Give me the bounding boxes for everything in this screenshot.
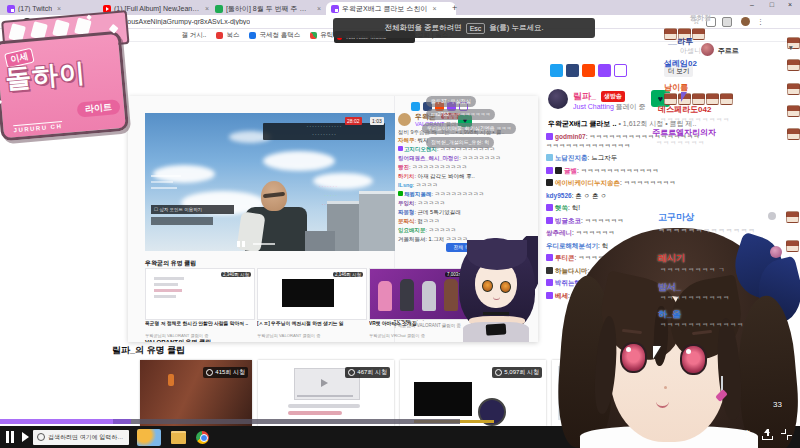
nested-clip-sub: 우왁굳님의 VALORANT 클립이 중 bbox=[257, 333, 365, 338]
secondary-cursor bbox=[681, 92, 687, 102]
tab-close-icon[interactable]: × bbox=[205, 5, 209, 12]
overlay-chat-name: 밤서_ bbox=[658, 281, 681, 294]
chat-message: 노답진지충: 느그자두 bbox=[546, 154, 700, 163]
popular-clips-heading: 릴파_의 유명 클립 bbox=[112, 344, 185, 357]
twitch-favicon bbox=[331, 5, 339, 13]
channel-avatar[interactable] bbox=[548, 89, 568, 109]
logo-sub-text: 라이트 bbox=[76, 99, 120, 118]
new-tab-button[interactable]: + bbox=[452, 3, 457, 13]
clip-thumbnail[interactable]: 5,097회 시청 bbox=[400, 360, 546, 426]
clip-video-player[interactable]: · · · · · · · · · · · · ·· · · · · · · ·… bbox=[128, 96, 538, 342]
exit-fullscreen-icon[interactable] bbox=[781, 429, 792, 440]
view-count-badge: 5,097회 시청 bbox=[492, 367, 542, 378]
chat-message: 짜몽형: 근데 5독기였길래 bbox=[398, 208, 522, 217]
bookmark-item[interactable]: 국세청 홈택스 bbox=[249, 31, 300, 40]
nested-clip-thumbnail[interactable]: 2,340회 시청 bbox=[145, 268, 255, 320]
overlay-chat-name: 데스페라도042 bbox=[658, 104, 711, 115]
lilpa-avatar bbox=[453, 236, 538, 342]
tab-title: 우왁굳X배그 클라보 스친이 bbox=[342, 4, 428, 14]
game-hud-prompt: ☐ 상자 포인트 이용하기 bbox=[151, 205, 234, 214]
share-icon[interactable] bbox=[762, 429, 773, 440]
profile-avatar[interactable] bbox=[741, 17, 750, 26]
side-panel-icon[interactable] bbox=[722, 17, 732, 27]
game-figure bbox=[168, 374, 174, 386]
nested-clips-heading: 우왁굳의 유명 클립 bbox=[145, 259, 196, 268]
eye bbox=[500, 281, 511, 293]
bookmark-icon bbox=[216, 32, 223, 39]
reddit-icon[interactable] bbox=[582, 64, 595, 77]
folder-icon[interactable] bbox=[171, 431, 186, 444]
window-close-button[interactable]: × bbox=[788, 1, 792, 8]
logo-channel-text: JURURU CH bbox=[13, 121, 62, 133]
overlay-bubble: 우리늘이치매물: 최기심긴엔읍 ㅋㅋㅋ bbox=[422, 123, 516, 134]
share-icons-row bbox=[550, 64, 627, 77]
view-count-badge: 2,146회 시청 bbox=[333, 272, 363, 277]
nose bbox=[664, 386, 667, 389]
overlay-chat-message: ㅋㅋㅋㅋㅋㅋㅋㅋㅋㅋ bbox=[660, 294, 730, 303]
twitter-icon[interactable] bbox=[550, 64, 563, 77]
bookmark-item[interactable]: 북스 bbox=[216, 31, 239, 40]
chat-message: 채윙지울레: ㅋㅋㅋㅋㅋㅋㅋㅋㅋ bbox=[398, 190, 522, 199]
window-minimize-button[interactable]: – bbox=[750, 1, 754, 8]
chat-message: 빵진: ㅋㅋㅋㅋㅋㅋㅋㅋㅋㅋ bbox=[398, 163, 522, 172]
volume-icon[interactable] bbox=[22, 432, 29, 442]
bangs bbox=[467, 240, 527, 270]
tab-close-icon[interactable]: × bbox=[317, 5, 321, 12]
twitch-share-icon[interactable] bbox=[598, 64, 611, 77]
bookmark-icon bbox=[310, 32, 317, 39]
nested-next-heading: VALORANT의 유명 클립 bbox=[145, 338, 211, 342]
logo-main-text: 돌하이 bbox=[4, 55, 88, 97]
clip-thumbnail[interactable]: 467회 시청 bbox=[258, 360, 394, 426]
game-clock: 1:03 bbox=[370, 117, 384, 125]
settings-gear-icon[interactable]: ⚙ bbox=[742, 428, 752, 441]
chat-message: 하키치: 아재 감각도 봐야해 후.. bbox=[398, 172, 522, 181]
nested-channel-avatar[interactable] bbox=[398, 113, 411, 126]
copy-link-icon[interactable] bbox=[614, 64, 627, 77]
overlay-chat-name: 주르르엘자리의자 bbox=[652, 127, 716, 138]
tab-title: (1) [Full Album] NewJeans (뉴진.. bbox=[114, 4, 200, 14]
weather-widget[interactable] bbox=[137, 429, 161, 446]
game-notice: · · · · · · · · · · · · ·· · · · · · · ·… bbox=[263, 123, 385, 140]
nested-clip-title[interactable]: [ㅅㅍ] 우주닝이 예전시절 하면 생기는 일 bbox=[257, 321, 365, 332]
seekbar-played[interactable] bbox=[0, 419, 113, 424]
eye-right bbox=[680, 344, 707, 375]
vrchat-figure bbox=[422, 281, 436, 311]
tab-title: (17) Twitch bbox=[18, 5, 52, 12]
game-hud-row bbox=[151, 217, 213, 225]
taskbar-search-input[interactable]: 검색하려면 여기에 입력하십시 bbox=[33, 430, 129, 445]
bookmark-item[interactable]: 갤 거시.. bbox=[181, 31, 206, 40]
nested-clip-thumbnail[interactable]: 2,146회 시청 bbox=[257, 268, 367, 320]
profile-chip-name[interactable]: 주르르 bbox=[718, 46, 739, 56]
character-sleeve bbox=[236, 212, 265, 251]
profile-chip-avatar[interactable] bbox=[701, 43, 714, 56]
tab-dolhigh[interactable]: [돌하이] 8월 두 번째 주 이세 × bbox=[210, 2, 332, 15]
tab-title: [돌하이] 8월 두 번째 주 이세 bbox=[226, 4, 312, 14]
facebook-icon[interactable] bbox=[566, 64, 579, 77]
view-count-badge: 415회 시청 bbox=[203, 367, 248, 378]
twitter-icon[interactable] bbox=[411, 102, 420, 111]
overlay-chat-message: ㅋㅋㅋㅋㅋㅋㅋㅋㅋㅋㅋㅋㅋ bbox=[658, 226, 756, 236]
clapperboard-board: 이세 돌하이 라이트 JURURU CH bbox=[0, 31, 129, 142]
chrome-icon[interactable] bbox=[196, 431, 209, 444]
seekbar-buffer[interactable] bbox=[113, 419, 131, 424]
chevron-down-icon[interactable]: ▾ bbox=[789, 44, 793, 52]
tab-active-clip[interactable]: 우왁굳X배그 클라보 스친이 × bbox=[326, 2, 456, 15]
mouse-cursor bbox=[653, 346, 661, 359]
eye-highlight bbox=[626, 347, 631, 352]
stream-logo: 이세 돌하이 라이트 JURURU CH bbox=[0, 11, 131, 140]
seekbar-rest[interactable] bbox=[131, 419, 460, 424]
tab-close-icon[interactable]: × bbox=[433, 5, 437, 12]
building bbox=[359, 191, 395, 251]
overlay-chat-name: 설레임02 bbox=[664, 58, 697, 69]
clip-thumbnail[interactable]: 415회 시청 bbox=[140, 360, 252, 426]
category-link[interactable]: Just Chatting 플레이 중 bbox=[573, 102, 646, 112]
eye-icon bbox=[495, 369, 502, 376]
menu-icon[interactable]: ⋮ bbox=[757, 18, 764, 26]
overlay-chat-name: 융하청 bbox=[690, 13, 711, 23]
tab-close-icon[interactable]: × bbox=[57, 5, 61, 12]
nested-clip-title[interactable]: 폭군명 저 정체로 한시간 안할만 사람들 막아저 .. bbox=[145, 321, 253, 332]
pause-button[interactable] bbox=[6, 431, 14, 443]
eye-highlight bbox=[686, 349, 691, 354]
window-maximize-button[interactable]: □ bbox=[770, 1, 774, 8]
bookmark-icon bbox=[249, 32, 256, 39]
